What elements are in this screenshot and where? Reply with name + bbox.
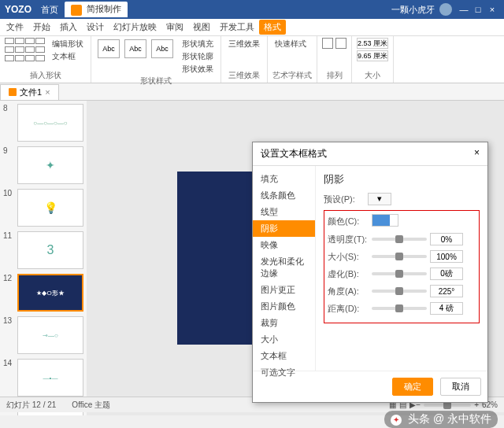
- thumbnail[interactable]: 8: [3, 104, 83, 142]
- angle-value[interactable]: [430, 285, 463, 297]
- nav-shadow[interactable]: 阴影: [253, 220, 315, 237]
- thumbnail[interactable]: 9: [3, 146, 83, 184]
- height-input[interactable]: [357, 38, 388, 49]
- group-label-3d: 三维效果: [226, 70, 262, 81]
- ribbon: 编辑形状 文本框 插入形状 Abc Abc Abc 形状填充 形状轮廓 形状效果…: [0, 36, 504, 83]
- menu-format[interactable]: 格式: [259, 20, 286, 35]
- highlighted-options: 颜色(C): 透明度(T): 大小(S): 虚化(B):: [324, 210, 480, 323]
- shape-fill-button[interactable]: 形状填充: [180, 38, 216, 50]
- nav-line-color[interactable]: 线条颜色: [253, 187, 315, 204]
- dialog-title: 设置文本框格式: [261, 147, 327, 160]
- quick-style-button[interactable]: 快速样式: [272, 38, 312, 50]
- menu-home[interactable]: 开始: [28, 20, 55, 35]
- dialog-nav: 填充 线条颜色 线型 阴影 映像 发光和柔化边缘 图片更正 图片颜色 裁剪 大小…: [253, 166, 316, 371]
- ok-button[interactable]: 确定: [392, 378, 433, 396]
- edit-shape-button[interactable]: 编辑形状: [50, 38, 86, 50]
- ribbon-group-shape-style: Abc Abc Abc 形状填充 形状轮廓 形状效果 形状样式: [91, 36, 221, 83]
- app-logo: YOZO: [5, 4, 32, 15]
- cancel-button[interactable]: 取消: [440, 378, 481, 396]
- nav-line-style[interactable]: 线型: [253, 204, 315, 220]
- nav-reflection[interactable]: 映像: [253, 237, 315, 253]
- group-label-insert: 插入形状: [5, 70, 86, 81]
- ribbon-group-3d: 三维效果 三维效果: [221, 36, 268, 83]
- slide-counter: 幻灯片 12 / 21: [6, 400, 56, 411]
- doc-name: 简报制作: [87, 4, 121, 13]
- dialog-titlebar: 设置文本框格式 ×: [253, 142, 487, 166]
- maximize-button[interactable]: □: [471, 5, 485, 14]
- document-tab[interactable]: 文件1 ×: [0, 84, 59, 100]
- transparency-value[interactable]: [430, 233, 463, 245]
- title-bar: YOZO 首页 简报制作 一颗小虎牙 — □ ×: [0, 0, 504, 19]
- minimize-button[interactable]: —: [457, 5, 471, 14]
- style-preset-2[interactable]: Abc: [124, 39, 146, 58]
- size-label: 大小(S):: [328, 251, 372, 263]
- style-preset-3[interactable]: Abc: [151, 39, 173, 58]
- close-button[interactable]: ×: [485, 5, 499, 14]
- thumbnail[interactable]: 13: [3, 316, 83, 354]
- dialog-content: 阴影 预设(P): ▾ 颜色(C): 透明度(T): 大小(S):: [316, 166, 487, 371]
- distance-slider[interactable]: [372, 307, 427, 310]
- watermark: ✦ 头条 @ 永中软件: [384, 411, 498, 428]
- group-label-size: 大小: [357, 70, 388, 81]
- arrange-icon[interactable]: [322, 38, 333, 49]
- size-value[interactable]: [430, 250, 463, 263]
- nav-alttext[interactable]: 可选文字: [253, 364, 315, 381]
- close-tab-icon[interactable]: ×: [45, 87, 50, 97]
- watermark-icon: ✦: [391, 415, 402, 426]
- section-heading: 阴影: [324, 172, 480, 186]
- distance-value[interactable]: [430, 302, 463, 315]
- style-preset-1[interactable]: Abc: [98, 39, 120, 58]
- nav-textbox[interactable]: 文本框: [253, 348, 315, 364]
- shape-effects-button[interactable]: 形状效果: [180, 63, 216, 76]
- color-picker[interactable]: [372, 214, 398, 227]
- zoom-slider[interactable]: [424, 404, 471, 407]
- thumbnail[interactable]: 10: [3, 189, 83, 227]
- avatar-icon[interactable]: [439, 3, 452, 16]
- ribbon-group-size: 大小: [352, 36, 394, 83]
- thumbnail[interactable]: 14: [3, 359, 83, 397]
- presentation-icon: [71, 5, 82, 16]
- shape-gallery[interactable]: [5, 38, 45, 63]
- width-input[interactable]: [357, 50, 388, 61]
- align-icon[interactable]: [335, 38, 346, 49]
- user-label[interactable]: 一颗小虎牙: [391, 4, 435, 16]
- titlebar-home-tab[interactable]: 首页: [35, 2, 65, 17]
- angle-label: 角度(A):: [328, 286, 372, 297]
- blur-label: 虚化(B):: [328, 268, 372, 280]
- transparency-label: 透明度(T):: [328, 234, 372, 245]
- menu-slideshow[interactable]: 幻灯片放映: [109, 20, 161, 35]
- document-tabs: 文件1 ×: [0, 83, 504, 101]
- size-slider[interactable]: [372, 255, 427, 258]
- menu-file[interactable]: 文件: [2, 20, 28, 35]
- blur-slider[interactable]: [372, 272, 427, 275]
- color-label: 颜色(C):: [328, 216, 372, 227]
- shape-outline-button[interactable]: 形状轮廓: [180, 50, 216, 63]
- preset-label: 预设(P):: [324, 194, 368, 205]
- presentation-icon: [9, 88, 17, 96]
- blur-value[interactable]: [430, 268, 463, 280]
- titlebar-doc-tab[interactable]: 简报制作: [65, 2, 128, 17]
- nav-fill[interactable]: 填充: [253, 171, 315, 187]
- thumbnail[interactable]: 11: [3, 231, 83, 269]
- group-label-style: 形状样式: [96, 76, 216, 87]
- menu-view[interactable]: 视图: [188, 20, 215, 35]
- textbox-button[interactable]: 文本框: [50, 50, 86, 63]
- thumbnail-selected[interactable]: 12★◆O形★: [3, 274, 83, 312]
- menu-review[interactable]: 审阅: [161, 20, 188, 35]
- preset-dropdown[interactable]: ▾: [368, 193, 391, 205]
- nav-pic-correct[interactable]: 图片更正: [253, 282, 315, 298]
- transparency-slider[interactable]: [372, 238, 427, 241]
- menu-insert[interactable]: 插入: [55, 20, 82, 35]
- nav-glow[interactable]: 发光和柔化边缘: [253, 253, 315, 282]
- angle-slider[interactable]: [372, 290, 427, 293]
- nav-pic-color[interactable]: 图片颜色: [253, 298, 315, 315]
- menu-devtools[interactable]: 开发工具: [215, 20, 259, 35]
- menu-design[interactable]: 设计: [82, 20, 109, 35]
- group-label-arrange: 排列: [322, 70, 346, 81]
- format-textbox-dialog: 设置文本框格式 × 填充 线条颜色 线型 阴影 映像 发光和柔化边缘 图片更正 …: [252, 142, 488, 403]
- slide-thumbnails[interactable]: 8 9 10 11 12★◆O形★ 13 14 15: [0, 101, 87, 415]
- nav-crop[interactable]: 裁剪: [253, 315, 315, 331]
- nav-size[interactable]: 大小: [253, 331, 315, 348]
- dialog-close-icon[interactable]: ×: [474, 147, 480, 160]
- three-d-button[interactable]: 三维效果: [226, 38, 262, 50]
